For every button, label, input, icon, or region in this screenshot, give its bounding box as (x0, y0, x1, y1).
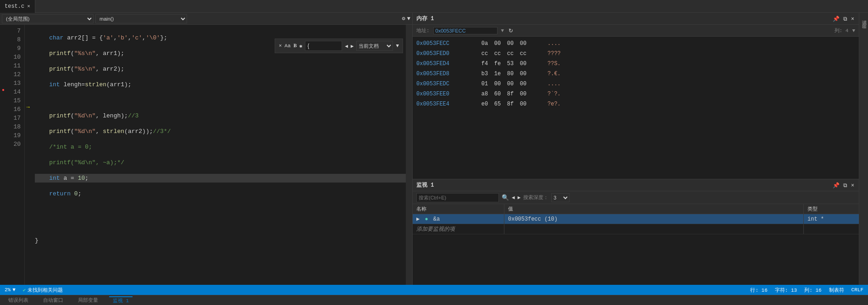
memory-content: 0x0053FECC 0a000000 .... 0x0053FED0 cccc… (413, 37, 859, 179)
watch-search-input[interactable] (416, 193, 499, 202)
memory-row-4: 0x0053FEDC 01000000 .... (416, 79, 855, 89)
bottom-bar: 错误列表 自动窗口 局部变量 监视 1 (0, 295, 868, 305)
search-nav-next[interactable]: ▶ (351, 43, 354, 49)
watch-panel-header: 监视 1 📌 ⧉ × (413, 179, 859, 191)
code-line-10: int lengh=strlen(arr1); (35, 80, 409, 89)
memory-row-1: 0x0053FED0 cccccccc ???? (416, 49, 855, 59)
file-tab[interactable]: test.c × (0, 0, 35, 13)
code-line-12: printf("%d\n", lengh);//3 (35, 111, 409, 120)
watch-add-item[interactable]: 添加要监视的项 (413, 224, 859, 234)
watch-row-expand[interactable]: ▶ (416, 216, 420, 222)
watch-tab[interactable]: 监视 1 (109, 296, 133, 304)
tab-close-icon[interactable]: × (27, 4, 30, 9)
memory-address-input[interactable] (433, 27, 498, 34)
search-scope-select[interactable]: 当前文档 (356, 41, 393, 51)
code-content[interactable]: char arr2[] = {'a','b','c','\0'}; printf… (31, 25, 412, 285)
scope-selector[interactable]: (全局范围) (2, 14, 94, 23)
dropdown-icon[interactable]: ▼ (407, 16, 410, 22)
code-line-14: /*int a = 0; (35, 143, 409, 151)
auto-window-tab[interactable]: 自动窗口 (39, 297, 67, 304)
memory-close-btn[interactable]: × (850, 16, 855, 22)
search-overlay: × Aa 𝐁 ✱ ◀ ▶ 当前文档 ▼ (275, 39, 403, 53)
memory-refresh-btn[interactable]: ↻ (508, 28, 514, 34)
watch-table: ▶ ● &a 0x0053fecc (10) int * 添加要监视的项 (413, 214, 859, 285)
watch-nav-prev[interactable]: ◀ (512, 194, 515, 200)
bp-14: ● (0, 86, 6, 94)
line-numbers: 7891011 1213141516 17181920 (6, 25, 25, 285)
watch-close-btn[interactable]: × (850, 182, 855, 189)
problems-status: ✔ 未找到相关问题 (23, 287, 63, 294)
right-edge-bar: 调试 输出 (859, 13, 868, 285)
code-line-15: printf("%d\n", ~a);*/ (35, 158, 409, 167)
search-bold-icon[interactable]: 𝐁 (293, 43, 297, 49)
addr-label: 地址: (416, 27, 430, 34)
search-nav-prev[interactable]: ◀ (345, 43, 348, 49)
memory-row-6: 0x0053FEE4 e0658f00 ?e?. (416, 99, 855, 109)
settings-icon[interactable]: ⚙ (402, 15, 405, 22)
row-status: 行: 16 (750, 287, 767, 294)
code-line-17: return 0; (35, 189, 409, 198)
local-vars-tab[interactable]: 局部变量 (74, 297, 102, 304)
search-input[interactable] (305, 41, 342, 51)
bp-15 (0, 94, 6, 103)
watch-row-value: 0x0053fecc (10) (504, 214, 804, 224)
watch-pin-btn[interactable]: 📌 (832, 182, 840, 189)
main-content: (全局范围) main() ⚙ ▼ ● (0, 13, 868, 285)
function-selector[interactable]: main() (95, 14, 187, 23)
breakpoint-column: ● (0, 25, 6, 285)
tab-bar: test.c × (0, 0, 868, 13)
bp-7 (0, 25, 6, 33)
code-line-13: printf("%d\n", strlen(arr2));//3*/ (35, 127, 409, 136)
encoding-label: CRLF (851, 287, 863, 293)
code-line-16: int a = 10; (35, 174, 409, 183)
bp-20 (0, 138, 6, 147)
bp-17 (0, 112, 6, 121)
memory-toolbar: 地址: ▼ ↻ 列: 4 ▼ (413, 25, 859, 37)
memory-row-0: 0x0053FECC 0a000000 .... (416, 39, 855, 49)
watch-panel: 监视 1 📌 ⧉ × 🔍 ◀ ▶ 搜索深度： 3 (413, 179, 859, 285)
col-status-label: 列: 16 (804, 287, 821, 294)
bp-11 (0, 60, 6, 68)
memory-panel-title: 内存 1 (416, 15, 434, 22)
code-area[interactable]: ● 7891011 1213141516 17181920 (0, 25, 412, 285)
search-scope-arrow[interactable]: ▼ (396, 43, 399, 49)
bp-19 (0, 129, 6, 138)
right-panel: 内存 1 📌 ⧉ × 地址: ▼ ↻ 列: 4 ▼ (413, 13, 859, 285)
depth-select[interactable]: 3 (551, 193, 569, 202)
search-close-btn[interactable]: × (279, 43, 282, 49)
bp-12 (0, 68, 6, 77)
col-status: 列: 16 (804, 287, 821, 294)
memory-pin-btn[interactable]: 📌 (832, 16, 840, 22)
memory-col-dropdown[interactable]: ▼ (852, 28, 855, 33)
status-bar: 2% ▼ ✔ 未找到相关问题 行: 16 字符: 13 列: 16 制表符 CR… (0, 285, 868, 295)
code-line-11 (35, 96, 409, 105)
char-label: 字符: 13 (775, 287, 797, 294)
depth-label: 搜索深度： (523, 194, 548, 201)
editor-scrollbar[interactable] (406, 25, 412, 285)
memory-float-btn[interactable]: ⧉ (842, 16, 848, 22)
search-star-icon[interactable]: ✱ (299, 43, 303, 49)
watch-header-type: 类型 (804, 204, 859, 214)
watch-panel-controls: 📌 ⧉ × (832, 182, 855, 189)
memory-dropdown-icon[interactable]: ▼ (501, 28, 504, 33)
app-container: test.c × (全局范围) main() ⚙ ▼ (0, 0, 868, 305)
watch-row-name: &a (433, 216, 440, 222)
bp-10 (0, 51, 6, 60)
format-status: 制表符 (829, 287, 844, 294)
editor-toolbar: (全局范围) main() ⚙ ▼ (0, 13, 412, 25)
zoom-dropdown[interactable]: ▼ (12, 287, 16, 293)
watch-float-btn[interactable]: ⧉ (842, 182, 848, 189)
editor-panel: (全局范围) main() ⚙ ▼ ● (0, 13, 413, 285)
encoding-status: CRLF (851, 287, 863, 293)
watch-table-header: 名称 值 类型 (413, 204, 859, 214)
watch-add-label[interactable]: 添加要监视的项 (413, 224, 504, 234)
zoom-status: 2% ▼ (5, 287, 16, 293)
bp-8 (0, 33, 6, 42)
watch-search-icon[interactable]: 🔍 (502, 194, 509, 201)
watch-nav-next[interactable]: ▶ (518, 194, 521, 200)
watch-row-0[interactable]: ▶ ● &a 0x0053fecc (10) int * (413, 214, 859, 224)
search-aa-icon[interactable]: Aa (285, 43, 291, 49)
bp-9 (0, 42, 6, 51)
watch-row-type: int * (804, 214, 859, 224)
error-list-tab[interactable]: 错误列表 (5, 297, 32, 304)
